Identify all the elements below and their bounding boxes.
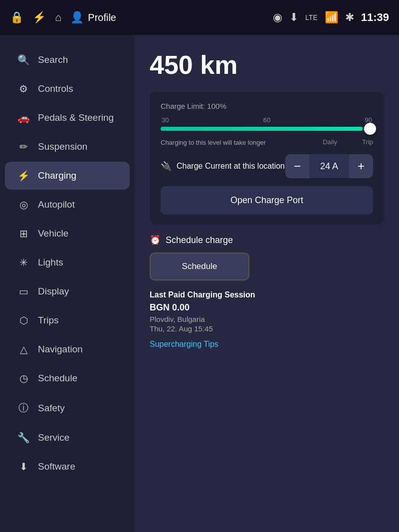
lte-label: LTE [305, 13, 318, 21]
charge-current-row: 🔌 Charge Current at this location − 24 A… [161, 154, 373, 178]
camera-icon: ◉ [273, 11, 282, 24]
signal-icon: 📶 [325, 11, 338, 24]
display-icon: ▭ [17, 285, 30, 297]
current-value: 24 A [309, 161, 349, 172]
sidebar-label-service: Service [38, 432, 69, 443]
sidebar-item-software[interactable]: ⬇Software [5, 453, 130, 481]
plug-icon: 🔌 [161, 161, 172, 172]
time-display: 11:39 [361, 11, 389, 24]
schedule-icon: ◷ [17, 372, 30, 384]
session-amount: BGN 0.00 [150, 302, 384, 313]
search-icon: 🔍 [17, 54, 30, 66]
sidebar-label-trips: Trips [38, 315, 59, 326]
sidebar-item-safety[interactable]: ⓘSafety [5, 393, 130, 423]
controls-icon: ⚙ [17, 83, 30, 95]
suspension-icon: ✏ [17, 141, 30, 153]
lights-icon: ✳ [17, 257, 30, 268]
navigation-icon: △ [17, 343, 30, 355]
charge-warning: Charging to this level will take longer [161, 139, 266, 146]
slider-label-30: 30 [162, 116, 169, 124]
profile-section[interactable]: 👤 Profile [70, 11, 116, 24]
sidebar-label-schedule: Schedule [38, 373, 77, 384]
clock-icon: ⏰ [150, 235, 161, 246]
sidebar: 🔍Search⚙Controls🚗Pedals & Steering✏Suspe… [0, 35, 135, 532]
slider-label-60: 60 [263, 116, 270, 124]
charging-icon: ⚡ [17, 170, 30, 182]
charge-current-label: 🔌 Charge Current at this location [161, 161, 285, 172]
slider-thumb[interactable] [364, 123, 376, 135]
sidebar-item-pedals[interactable]: 🚗Pedals & Steering [5, 104, 130, 132]
status-bar-left: 🔒 ⚡ ⌂ 👤 Profile [10, 11, 264, 24]
sidebar-item-suspension[interactable]: ✏Suspension [5, 133, 130, 161]
session-location: Plovdiv, Bulgaria [150, 315, 384, 323]
decrease-current-button[interactable]: − [285, 154, 309, 178]
sidebar-label-navigation: Navigation [38, 344, 83, 355]
sidebar-item-search[interactable]: 🔍Search [5, 46, 130, 74]
daily-trip-labels: Daily Trip [323, 138, 373, 146]
main-content: 450 km Charge Limit: 100% 30 60 90 Charg… [135, 35, 399, 532]
sidebar-item-navigation[interactable]: △Navigation [5, 335, 130, 363]
sidebar-item-vehicle[interactable]: ⊞Vehicle [5, 220, 130, 248]
charge-limit-label: Charge Limit: 100% [161, 102, 373, 110]
status-bar-right: ◉ ⬇ LTE 📶 ✱ 11:39 [273, 11, 389, 24]
profile-label: Profile [88, 12, 116, 23]
pedals-icon: 🚗 [17, 112, 30, 124]
status-bar: 🔒 ⚡ ⌂ 👤 Profile ◉ ⬇ LTE 📶 ✱ 11:39 [0, 0, 399, 35]
current-control: − 24 A + [285, 154, 373, 178]
schedule-charge-label: Schedule charge [166, 235, 233, 246]
trip-label: Trip [362, 138, 373, 146]
session-date: Thu, 22. Aug 15:45 [150, 324, 384, 333]
sidebar-label-safety: Safety [38, 403, 65, 414]
main-layout: 🔍Search⚙Controls🚗Pedals & Steering✏Suspe… [0, 35, 399, 532]
bluetooth-icon: ✱ [345, 11, 354, 24]
person-icon: 👤 [70, 11, 84, 24]
sidebar-label-search: Search [38, 54, 68, 65]
download-icon: ⬇ [289, 11, 298, 24]
slider-labels: 30 60 90 [161, 116, 373, 124]
lock-icon: 🔒 [10, 11, 23, 24]
sidebar-item-schedule[interactable]: ◷Schedule [5, 364, 130, 392]
slider-fill [161, 127, 363, 131]
vehicle-icon: ⊞ [17, 228, 30, 240]
lightning-icon: ⚡ [32, 11, 46, 24]
software-icon: ⬇ [17, 461, 30, 473]
home-icon: ⌂ [55, 11, 61, 24]
last-session-title: Last Paid Charging Session [150, 290, 384, 299]
sidebar-item-display[interactable]: ▭Display [5, 277, 130, 305]
schedule-header: ⏰ Schedule charge [150, 235, 384, 246]
sidebar-item-lights[interactable]: ✳Lights [5, 249, 130, 276]
daily-label: Daily [323, 138, 337, 146]
range-display: 450 km [150, 50, 384, 80]
sidebar-label-software: Software [38, 461, 75, 472]
sidebar-item-controls[interactable]: ⚙Controls [5, 75, 130, 103]
sidebar-label-controls: Controls [38, 83, 73, 94]
increase-current-button[interactable]: + [349, 154, 373, 178]
sidebar-label-pedals: Pedals & Steering [38, 112, 114, 123]
autopilot-icon: ◎ [17, 199, 30, 211]
charge-current-text: Charge Current at this location [177, 162, 285, 171]
charge-limit-card: Charge Limit: 100% 30 60 90 Charging to … [150, 92, 384, 225]
sidebar-item-trips[interactable]: ⬡Trips [5, 306, 130, 334]
trips-icon: ⬡ [17, 314, 30, 326]
safety-icon: ⓘ [17, 401, 30, 415]
schedule-button[interactable]: Schedule [150, 253, 249, 280]
sidebar-label-display: Display [38, 286, 69, 297]
service-icon: 🔧 [17, 432, 30, 444]
sidebar-item-autopilot[interactable]: ◎Autopilot [5, 191, 130, 219]
sidebar-label-autopilot: Autopilot [38, 199, 75, 210]
sidebar-label-lights: Lights [38, 257, 63, 268]
open-charge-port-button[interactable]: Open Charge Port [161, 186, 373, 215]
supercharging-tips-link[interactable]: Supercharging Tips [150, 340, 218, 348]
sidebar-label-suspension: Suspension [38, 141, 87, 152]
schedule-section: ⏰ Schedule charge Schedule [150, 235, 384, 280]
last-session: Last Paid Charging Session BGN 0.00 Plov… [150, 290, 384, 349]
sidebar-label-vehicle: Vehicle [38, 228, 68, 239]
charge-slider-track[interactable] [161, 127, 373, 131]
sidebar-item-service[interactable]: 🔧Service [5, 424, 130, 452]
sidebar-label-charging: Charging [38, 170, 76, 181]
sidebar-item-charging[interactable]: ⚡Charging [5, 162, 130, 190]
